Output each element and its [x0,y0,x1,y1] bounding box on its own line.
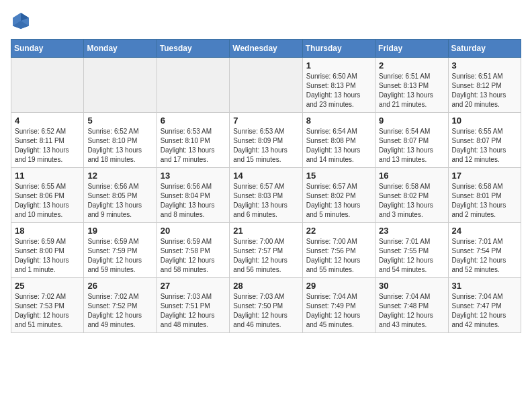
day-number: 1 [306,60,371,71]
day-info: Sunrise: 6:51 AM Sunset: 8:13 PM Dayligh… [379,72,444,109]
calendar-cell: 16Sunrise: 6:58 AM Sunset: 8:02 PM Dayli… [375,168,448,223]
day-number: 14 [233,171,298,181]
day-number: 11 [15,171,80,181]
calendar-body: 1Sunrise: 6:50 AM Sunset: 8:13 PM Daylig… [11,58,521,333]
day-number: 22 [306,226,371,236]
day-number: 29 [306,281,371,291]
calendar-cell: 27Sunrise: 7:03 AM Sunset: 7:51 PM Dayli… [157,278,229,333]
day-number: 4 [15,116,80,126]
calendar-cell: 23Sunrise: 7:01 AM Sunset: 7:55 PM Dayli… [375,223,448,278]
day-number: 16 [379,171,444,181]
day-number: 25 [15,281,80,291]
day-number: 8 [306,116,371,126]
logo [11,11,34,31]
day-info: Sunrise: 7:02 AM Sunset: 7:53 PM Dayligh… [15,292,80,330]
week-row-3: 11Sunrise: 6:55 AM Sunset: 8:06 PM Dayli… [11,168,521,223]
day-info: Sunrise: 7:03 AM Sunset: 7:50 PM Dayligh… [233,292,298,330]
calendar-cell: 15Sunrise: 6:57 AM Sunset: 8:02 PM Dayli… [302,168,375,223]
header-saturday: Saturday [448,40,521,58]
day-number: 17 [452,171,517,181]
calendar-cell: 18Sunrise: 6:59 AM Sunset: 8:00 PM Dayli… [11,223,84,278]
day-number: 27 [161,281,226,291]
calendar-cell: 12Sunrise: 6:56 AM Sunset: 8:05 PM Dayli… [84,168,157,223]
calendar-cell: 26Sunrise: 7:02 AM Sunset: 7:52 PM Dayli… [84,278,157,333]
header-wednesday: Wednesday [230,40,302,58]
day-number: 12 [87,171,152,181]
calendar-cell: 4Sunrise: 6:52 AM Sunset: 8:11 PM Daylig… [11,113,84,168]
calendar-cell: 2Sunrise: 6:51 AM Sunset: 8:13 PM Daylig… [375,58,448,113]
day-number: 18 [15,226,80,236]
calendar-header: SundayMondayTuesdayWednesdayThursdayFrid… [11,40,521,58]
calendar-cell: 25Sunrise: 7:02 AM Sunset: 7:53 PM Dayli… [11,278,84,333]
day-info: Sunrise: 7:01 AM Sunset: 7:54 PM Dayligh… [452,237,517,275]
header-monday: Monday [84,40,157,58]
day-info: Sunrise: 6:50 AM Sunset: 8:13 PM Dayligh… [306,72,371,109]
day-info: Sunrise: 7:00 AM Sunset: 7:57 PM Dayligh… [233,237,298,275]
calendar-cell: 10Sunrise: 6:55 AM Sunset: 8:07 PM Dayli… [448,113,521,168]
week-row-5: 25Sunrise: 7:02 AM Sunset: 7:53 PM Dayli… [11,278,521,333]
day-number: 7 [233,116,298,126]
day-info: Sunrise: 6:59 AM Sunset: 7:59 PM Dayligh… [87,237,152,275]
calendar-cell [11,58,84,113]
day-number: 9 [379,116,444,126]
logo-icon [11,11,31,31]
day-number: 10 [452,116,517,126]
day-info: Sunrise: 6:56 AM Sunset: 8:05 PM Dayligh… [87,182,152,220]
calendar-cell: 1Sunrise: 6:50 AM Sunset: 8:13 PM Daylig… [302,58,375,113]
day-number: 21 [233,226,298,236]
day-number: 5 [87,116,152,126]
calendar-cell: 22Sunrise: 7:00 AM Sunset: 7:56 PM Dayli… [302,223,375,278]
day-number: 26 [87,281,152,291]
calendar-cell: 13Sunrise: 6:56 AM Sunset: 8:04 PM Dayli… [157,168,229,223]
day-info: Sunrise: 7:03 AM Sunset: 7:51 PM Dayligh… [161,292,226,330]
calendar-cell: 24Sunrise: 7:01 AM Sunset: 7:54 PM Dayli… [448,223,521,278]
day-number: 30 [379,281,444,291]
calendar-cell: 21Sunrise: 7:00 AM Sunset: 7:57 PM Dayli… [230,223,302,278]
header-thursday: Thursday [302,40,375,58]
day-info: Sunrise: 7:04 AM Sunset: 7:47 PM Dayligh… [452,292,517,330]
day-info: Sunrise: 6:57 AM Sunset: 8:03 PM Dayligh… [233,182,298,220]
day-info: Sunrise: 6:53 AM Sunset: 8:09 PM Dayligh… [233,127,298,165]
header-tuesday: Tuesday [157,40,229,58]
days-of-week-row: SundayMondayTuesdayWednesdayThursdayFrid… [11,40,521,58]
day-info: Sunrise: 6:55 AM Sunset: 8:07 PM Dayligh… [452,127,517,165]
calendar-table: SundayMondayTuesdayWednesdayThursdayFrid… [11,39,521,333]
day-info: Sunrise: 6:52 AM Sunset: 8:11 PM Dayligh… [15,127,80,165]
day-info: Sunrise: 7:00 AM Sunset: 7:56 PM Dayligh… [306,237,371,275]
day-info: Sunrise: 7:04 AM Sunset: 7:48 PM Dayligh… [379,292,444,330]
calendar-cell: 17Sunrise: 6:58 AM Sunset: 8:01 PM Dayli… [448,168,521,223]
calendar-cell: 29Sunrise: 7:04 AM Sunset: 7:49 PM Dayli… [302,278,375,333]
day-number: 23 [379,226,444,236]
calendar-cell: 20Sunrise: 6:59 AM Sunset: 7:58 PM Dayli… [157,223,229,278]
week-row-2: 4Sunrise: 6:52 AM Sunset: 8:11 PM Daylig… [11,113,521,168]
day-info: Sunrise: 7:02 AM Sunset: 7:52 PM Dayligh… [87,292,152,330]
day-number: 20 [161,226,226,236]
calendar-cell: 3Sunrise: 6:51 AM Sunset: 8:12 PM Daylig… [448,58,521,113]
calendar-cell [157,58,229,113]
day-number: 13 [161,171,226,181]
day-info: Sunrise: 6:59 AM Sunset: 8:00 PM Dayligh… [15,237,80,275]
day-number: 3 [452,60,517,71]
day-info: Sunrise: 6:53 AM Sunset: 8:10 PM Dayligh… [161,127,226,165]
day-number: 31 [452,281,517,291]
calendar-cell [230,58,302,113]
day-info: Sunrise: 6:52 AM Sunset: 8:10 PM Dayligh… [87,127,152,165]
day-info: Sunrise: 6:58 AM Sunset: 8:02 PM Dayligh… [379,182,444,220]
calendar-cell: 5Sunrise: 6:52 AM Sunset: 8:10 PM Daylig… [84,113,157,168]
day-info: Sunrise: 6:56 AM Sunset: 8:04 PM Dayligh… [161,182,226,220]
calendar-cell: 30Sunrise: 7:04 AM Sunset: 7:48 PM Dayli… [375,278,448,333]
week-row-1: 1Sunrise: 6:50 AM Sunset: 8:13 PM Daylig… [11,58,521,113]
day-number: 19 [87,226,152,236]
day-info: Sunrise: 7:01 AM Sunset: 7:55 PM Dayligh… [379,237,444,275]
day-info: Sunrise: 6:55 AM Sunset: 8:06 PM Dayligh… [15,182,80,220]
calendar-cell: 7Sunrise: 6:53 AM Sunset: 8:09 PM Daylig… [230,113,302,168]
calendar-cell: 11Sunrise: 6:55 AM Sunset: 8:06 PM Dayli… [11,168,84,223]
calendar-cell: 6Sunrise: 6:53 AM Sunset: 8:10 PM Daylig… [157,113,229,168]
header-sunday: Sunday [11,40,84,58]
calendar-cell: 19Sunrise: 6:59 AM Sunset: 7:59 PM Dayli… [84,223,157,278]
header-friday: Friday [375,40,448,58]
day-number: 2 [379,60,444,71]
day-number: 15 [306,171,371,181]
day-number: 6 [161,116,226,126]
page-header [11,11,521,31]
